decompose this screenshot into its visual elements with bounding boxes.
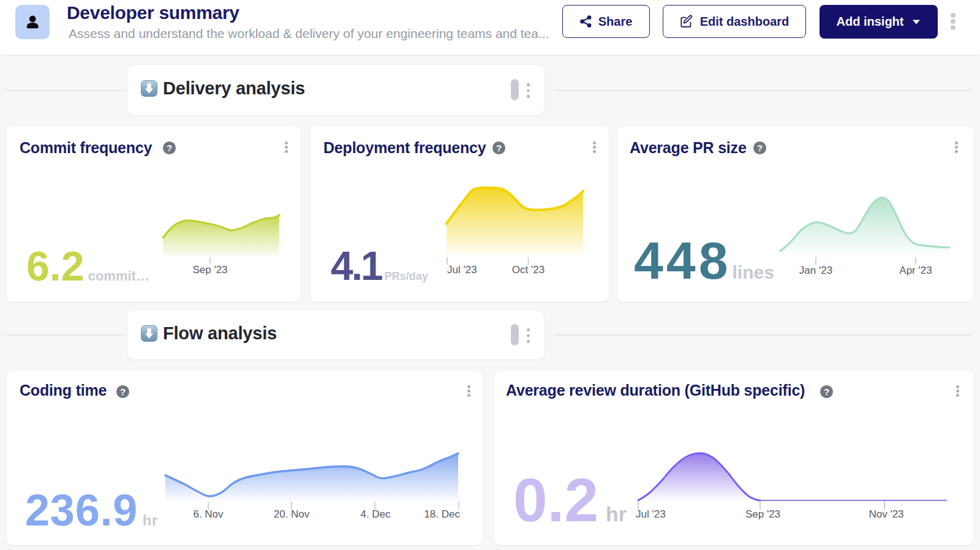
svg-text:6. Nov: 6. Nov [193, 508, 224, 520]
svg-text:Jan '23: Jan '23 [799, 265, 832, 276]
svg-text:20. Nov: 20. Nov [274, 508, 310, 520]
svg-text:Jul '23: Jul '23 [636, 508, 666, 520]
svg-text:Sep '23: Sep '23 [745, 508, 780, 520]
svg-text:Nov '23: Nov '23 [869, 508, 903, 520]
svg-text:18. Dec: 18. Dec [424, 508, 460, 520]
svg-text:Oct '23: Oct '23 [512, 264, 545, 276]
svg-text:Sep '23: Sep '23 [192, 264, 227, 276]
svg-text:Apr '23: Apr '23 [899, 265, 932, 276]
svg-text:Jul '23: Jul '23 [447, 264, 477, 276]
svg-text:4. Dec: 4. Dec [360, 508, 391, 520]
